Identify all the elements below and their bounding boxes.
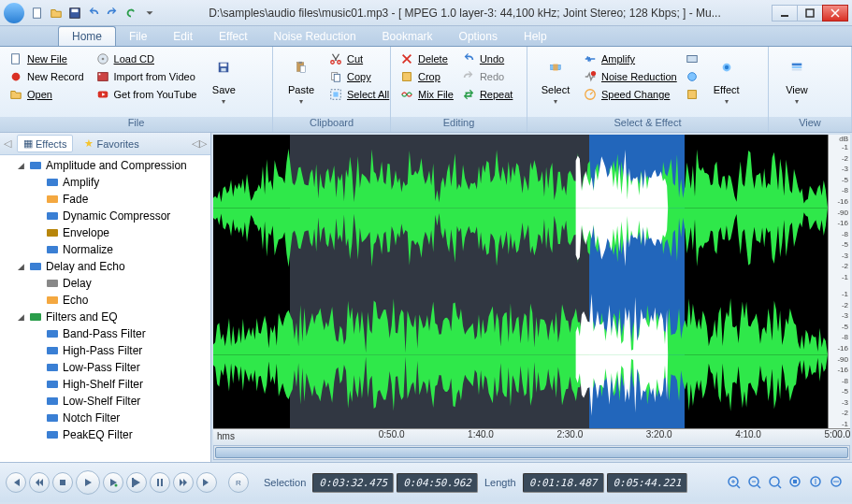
rewind-button[interactable] [29,472,50,493]
tab-options[interactable]: Options [446,27,511,46]
qat-refresh-icon[interactable] [123,6,138,21]
cut-button[interactable]: Cut [325,50,392,67]
tree-node-high-shelf-filter[interactable]: High-Shelf Filter [0,376,210,393]
zoom-out-button[interactable] [745,473,764,492]
tree-node-low-shelf-filter[interactable]: Low-Shelf Filter [0,393,210,410]
paste-button[interactable]: Paste▾ [279,50,324,108]
stop-button[interactable] [52,472,73,493]
record-button[interactable]: R [228,472,249,493]
tree-node-dynamic-compressor[interactable]: Dynamic Compressor [0,208,210,224]
tree-node-low-pass-filter[interactable]: Low-Pass Filter [0,359,210,376]
tab-file[interactable]: File [116,27,160,46]
tab-edit[interactable]: Edit [160,27,206,46]
qat-save-icon[interactable] [67,6,82,21]
zoom-vertical-in-button[interactable] [807,473,826,492]
svg-rect-39 [47,195,58,203]
undo-button[interactable]: Undo [458,50,515,67]
skip-start-button[interactable] [6,472,26,493]
tree-node-amplitude-and-compression[interactable]: ◢Amplitude and Compression [0,157,210,174]
tree-node-echo[interactable]: Echo [0,292,210,309]
copy-button[interactable]: Copy [325,68,392,85]
speed-change-button[interactable]: Speed Change [580,86,680,103]
import-video-button[interactable]: Import from Video [93,68,200,85]
svg-rect-37 [30,162,41,169]
crop-button[interactable]: Crop [397,68,456,85]
scrollbar-thumb[interactable] [215,447,848,458]
save-button[interactable]: Save▾ [201,50,246,108]
qat-dropdown-icon[interactable] [142,6,157,21]
minimize-button[interactable] [772,5,798,22]
view-button[interactable]: View▾ [774,50,819,108]
tree-node-fade[interactable]: Fade [0,191,210,208]
pause-button[interactable] [150,472,170,493]
qat-redo-icon[interactable] [105,6,120,21]
noise-reduction-button[interactable]: Noise Reduction [580,68,680,85]
tab-effect[interactable]: Effect [206,27,260,46]
amplify-button[interactable]: Amplify [580,50,680,67]
svg-rect-3 [781,15,788,17]
tab-help[interactable]: Help [511,27,560,46]
tab-bookmark[interactable]: Bookmark [369,27,446,46]
effect-button[interactable]: Effect▾ [704,50,749,108]
new-file-button[interactable]: New File [6,50,87,67]
waveform-pane[interactable]: dB -1-2-3-5-8-16-90-16-8-5-3-2-1-1-2-3-5… [213,135,850,428]
tree-node-filters-and-eq[interactable]: ◢Filters and EQ [0,309,210,325]
repeat-button[interactable]: Repeat [458,86,515,103]
maximize-button[interactable] [797,5,823,22]
timeline[interactable]: hms 0:50.01:40.02:30.03:20.04:10.05:00.0 [213,428,850,445]
mix-file-button[interactable]: Mix File [397,86,456,103]
title-bar: D:\samples\audio files\music01.mp3 - [ M… [0,0,852,26]
new-record-button[interactable]: New Record [6,68,87,85]
tab-home[interactable]: Home [58,26,116,46]
view-label: View [786,84,808,95]
length-total-value: 0:05:44.221 [607,473,688,493]
open-button[interactable]: Open [6,86,87,103]
select-button[interactable]: Select▾ [533,50,578,108]
horizontal-scrollbar[interactable] [213,445,850,460]
svg-rect-4 [806,9,814,17]
zoom-in-button[interactable] [725,473,744,492]
ribbon-extra-2[interactable] [682,68,702,85]
tree-node-normalize[interactable]: Normalize [0,241,210,258]
cut-label: Cut [347,53,363,65]
tree-node-band-pass-filter[interactable]: Band-Pass Filter [0,325,210,342]
qat-undo-icon[interactable] [86,6,101,21]
tab-noise-reduction[interactable]: Noise Reduction [261,27,369,46]
tree-node-notch-filter[interactable]: Notch Filter [0,410,210,426]
svg-rect-44 [47,280,58,287]
tree-node-delay[interactable]: Delay [0,275,210,292]
sidebar-tab-favorites[interactable]: ★Favorites [79,136,144,151]
tree-node-envelope[interactable]: Envelope [0,224,210,241]
delete-button[interactable]: Delete [397,50,456,67]
tree-node-amplify[interactable]: Amplify [0,174,210,191]
youtube-button[interactable]: Get from YouTube [93,86,200,103]
close-button[interactable] [822,5,848,22]
youtube-icon [95,87,110,102]
zoom-vertical-out-button[interactable] [828,473,846,492]
play-loop-button[interactable] [103,472,123,493]
zoom-fit-button[interactable] [766,473,785,492]
svg-rect-24 [403,73,412,81]
effects-tree[interactable]: ◢Amplitude and CompressionAmplifyFadeDyn… [0,155,210,462]
svg-point-33 [725,65,729,69]
redo-button[interactable]: Redo [458,68,515,85]
qat-new-icon[interactable] [30,6,45,21]
tree-node-delay-and-echo[interactable]: ◢Delay and Echo [0,258,210,275]
window-controls [773,5,848,22]
app-orb[interactable] [4,3,24,23]
zoom-selection-button[interactable] [787,473,805,492]
ribbon-extra-1[interactable] [682,50,702,67]
mix-file-label: Mix File [418,89,454,100]
skip-end-button[interactable] [196,472,217,493]
play-button[interactable] [76,470,100,495]
sidebar-tab-effects[interactable]: ▦Effects [17,135,73,152]
select-all-button[interactable]: Select All [325,86,392,103]
play-selection-button[interactable] [126,472,147,493]
tree-node-high-pass-filter[interactable]: High-Pass Filter [0,342,210,359]
svg-point-55 [115,484,118,487]
forward-button[interactable] [173,472,194,493]
qat-open-icon[interactable] [49,6,64,21]
load-cd-button[interactable]: Load CD [93,50,200,67]
ribbon-extra-3[interactable] [682,86,702,103]
tree-node-peakeq-filter[interactable]: PeakEQ Filter [0,426,210,443]
